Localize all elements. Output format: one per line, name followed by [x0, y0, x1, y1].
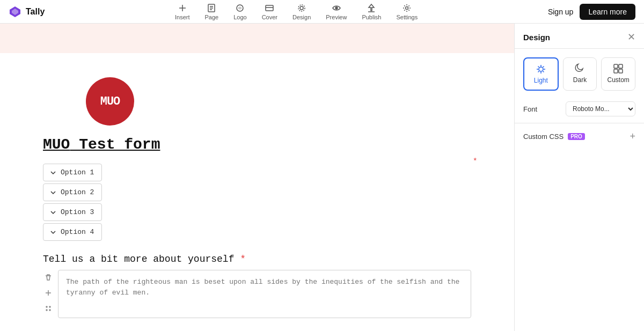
chevron-down-icon-2 — [50, 189, 56, 196]
tool-insert[interactable]: Insert — [167, 1, 197, 23]
add-textarea-button[interactable] — [43, 288, 54, 300]
signup-button[interactable]: Sign up — [548, 8, 573, 16]
required-star: * — [474, 156, 477, 165]
design-panel: Design ✕ Light Dark Custom — [514, 24, 644, 331]
form-title-underline: MUO — [43, 136, 70, 153]
tool-preview[interactable]: Preview — [318, 1, 354, 23]
svg-point-11 — [300, 6, 303, 10]
app-name: Tally — [26, 7, 45, 17]
font-row: Font Roboto Mo... — [515, 99, 644, 123]
svg-point-22 — [539, 67, 543, 71]
theme-row: Light Dark Custom — [515, 49, 644, 99]
svg-rect-31 — [614, 64, 618, 68]
pro-badge: PRO — [568, 133, 585, 140]
tool-publish[interactable]: Publish — [354, 1, 389, 23]
toolbar: Insert Page Logo Cover — [167, 1, 425, 23]
design-panel-header: Design ✕ — [515, 24, 644, 49]
svg-point-12 — [298, 5, 305, 11]
canvas-area: MUO MUO Test form * Option 1 — [0, 24, 514, 331]
custom-css-row: Custom CSS PRO + — [515, 123, 644, 150]
drag-textarea-button[interactable] — [43, 303, 54, 315]
svg-rect-33 — [614, 69, 618, 73]
option-item-3[interactable]: Option 3 — [43, 203, 102, 221]
chevron-down-icon-1 — [50, 170, 56, 176]
form-title-rest: Test form — [70, 136, 160, 153]
canvas-content: MUO Test form * Option 1 Option 2 — [0, 126, 514, 331]
textarea-row — [43, 270, 471, 318]
textarea-controls — [43, 270, 54, 315]
chevron-down-icon-3 — [50, 209, 56, 216]
font-label: Font — [523, 105, 537, 113]
theme-custom-button[interactable]: Custom — [601, 57, 635, 91]
top-navbar: Tally Insert Page Logo — [0, 0, 644, 24]
svg-rect-9 — [266, 5, 273, 11]
cover-icon — [265, 3, 274, 13]
theme-dark-button[interactable]: Dark — [563, 57, 597, 91]
svg-line-29 — [538, 71, 539, 72]
main-layout: MUO MUO Test form * Option 1 — [0, 24, 644, 331]
delete-textarea-button[interactable] — [43, 272, 54, 284]
option-item-1[interactable]: Option 1 — [43, 164, 102, 181]
tool-logo[interactable]: Logo — [226, 1, 254, 23]
design-panel-title: Design — [523, 33, 550, 42]
tool-cover[interactable]: Cover — [254, 1, 285, 23]
trash-icon — [44, 273, 53, 282]
preview-icon — [332, 3, 341, 13]
svg-line-30 — [543, 67, 544, 68]
svg-line-27 — [538, 67, 539, 68]
theme-light-button[interactable]: Light — [523, 57, 559, 91]
custom-css-label: Custom CSS — [523, 133, 564, 141]
svg-point-13 — [335, 7, 338, 9]
svg-line-28 — [543, 71, 544, 72]
drag-icon — [44, 304, 53, 313]
text-question: Tell us a bit more about yourself * — [43, 254, 471, 264]
svg-rect-32 — [619, 64, 623, 68]
design-panel-close-button[interactable]: ✕ — [627, 32, 635, 42]
chevron-down-icon-4 — [50, 229, 56, 236]
option-item-4[interactable]: Option 4 — [43, 223, 102, 241]
text-area-field[interactable] — [58, 270, 471, 318]
font-select[interactable]: Roboto Mo... — [566, 101, 635, 116]
form-title: MUO Test form — [43, 136, 471, 153]
app-logo[interactable]: Tally — [9, 5, 45, 18]
plus-icon — [44, 289, 53, 297]
custom-css-left: Custom CSS PRO — [523, 133, 585, 141]
text-question-star: * — [240, 254, 246, 264]
publish-icon — [367, 3, 376, 13]
option-item-2[interactable]: Option 2 — [43, 183, 102, 201]
custom-theme-icon — [613, 63, 624, 74]
svg-point-21 — [49, 310, 50, 311]
insert-icon — [178, 3, 187, 13]
topnav-right: Sign up Learn more — [548, 4, 635, 20]
form-logo: MUO — [86, 77, 134, 126]
page-icon — [207, 3, 216, 13]
svg-rect-34 — [619, 69, 623, 73]
options-group: * Option 1 Option 2 — [43, 164, 471, 241]
learn-more-button[interactable]: Learn more — [580, 4, 635, 20]
svg-point-15 — [406, 6, 408, 9]
design-icon — [297, 3, 306, 13]
canvas-header — [0, 24, 514, 53]
svg-point-18 — [46, 306, 47, 307]
moon-icon — [575, 63, 586, 74]
tool-design[interactable]: Design — [285, 1, 318, 23]
tool-settings[interactable]: Settings — [389, 1, 425, 23]
sun-icon — [536, 64, 546, 75]
tally-logo-icon — [9, 5, 21, 18]
form-logo-initials: MUO — [100, 95, 120, 108]
svg-point-19 — [49, 306, 50, 307]
tool-page[interactable]: Page — [197, 1, 226, 23]
svg-point-20 — [46, 310, 47, 311]
logo-icon — [235, 3, 245, 13]
add-custom-css-button[interactable]: + — [630, 131, 635, 142]
settings-icon — [402, 3, 412, 13]
